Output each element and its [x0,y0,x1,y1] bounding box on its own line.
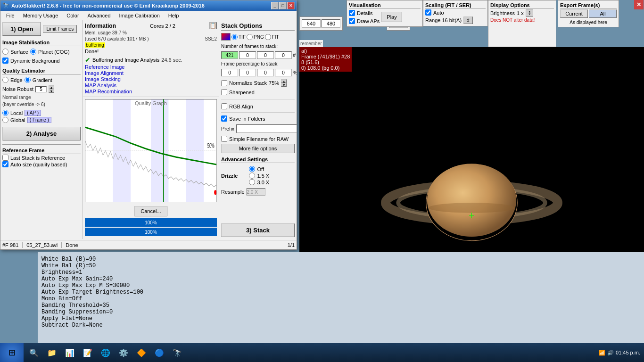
map-recomb-link[interactable]: MAP Recombination [85,89,132,94]
taskbar-icon-7[interactable]: 🔵 [151,344,168,361]
minimize-btn[interactable]: _ [271,2,279,9]
taskbar-icons: 🔍 📁 📊 📝 🌐 ⚙️ 🔶 🔵 🔭 [24,344,188,361]
noise-down-btn[interactable]: ▼ [49,89,54,93]
image-align-link[interactable]: Image Alignment [85,70,124,76]
rgb-align-checkbox[interactable] [221,103,227,109]
prefix-input[interactable] [236,124,297,133]
edge-radio[interactable] [2,77,8,83]
menu-file[interactable]: File [2,12,18,19]
menu-advanced[interactable]: Advanced [84,12,115,19]
open-button[interactable]: 1) Open [2,22,41,36]
ref-image-link[interactable]: Reference Image [85,64,124,70]
scaling-btn[interactable]: ⇕ [463,16,473,24]
frames-input-1[interactable] [239,51,256,59]
outer-close-btn[interactable]: ✕ [634,0,644,9]
frames-input-2[interactable] [257,51,274,59]
simple-filename-checkbox[interactable] [221,136,227,142]
export-frame-title: Export Frame(s) [560,2,617,8]
pct-input-2[interactable] [257,69,274,76]
pct-input-3[interactable] [275,69,292,76]
dynamic-bg-checkbox[interactable] [2,58,8,64]
fit-radio[interactable] [265,34,271,40]
save-folders-checkbox[interactable] [221,115,227,122]
last-stack-checkbox[interactable] [2,155,8,161]
normalize-down[interactable]: ▼ [281,83,287,87]
terminal-line-2: Brightness=1 [41,269,640,276]
terminal-line-7: Banding Threshold=35 [41,302,640,309]
taskbar-icon-2[interactable]: 📊 [61,344,78,361]
scaling-auto-checkbox[interactable] [425,9,431,16]
normalize-up[interactable]: ▲ [281,79,287,83]
gradient-radio[interactable] [25,77,31,83]
drizzle-30-radio[interactable] [249,179,255,185]
normalize-checkbox[interactable] [221,80,227,86]
analyse-button[interactable]: 2) Analyse [2,127,81,140]
png-radio[interactable] [247,34,253,40]
maximize-btn[interactable]: □ [279,2,287,9]
taskbar-icon-4[interactable]: 🌐 [97,344,114,361]
noise-stepper[interactable]: ▲ ▼ [49,85,54,93]
all-btn[interactable]: All [589,9,617,18]
frames-input-3[interactable] [275,51,292,59]
adv-settings-title: Advanced Settings [221,156,295,163]
normalize-pct: 75% [269,80,279,86]
normalize-stepper[interactable]: ▲ ▼ [281,79,287,87]
cancel-button[interactable]: Cancel... [134,206,167,216]
menu-help[interactable]: Help [165,12,183,19]
taskbar-icon-0[interactable]: 🔍 [25,344,42,361]
brightness-label: Brightness [490,10,515,16]
global-radio[interactable] [2,117,8,123]
brightness-adjust-btn[interactable]: ⇕ [526,9,533,16]
menu-color[interactable]: Color [63,12,83,19]
details-checkbox[interactable] [349,10,355,16]
planet-radio[interactable] [30,49,36,55]
drizzle-15-radio[interactable] [249,173,255,179]
frame-info-line4: 0) 108.0 (bg 0.0) [301,65,350,71]
limit-frames-button[interactable]: Limit Frames [43,25,77,33]
left-panel: 1) Open Limit Frames Image Stabilisation… [0,20,83,239]
frames-input-0[interactable] [221,51,238,59]
local-radio[interactable] [2,110,8,116]
draw-aps-label: Draw APs [357,18,380,24]
pct-input-1[interactable] [239,69,256,76]
close-btn[interactable]: ✕ [287,2,295,9]
taskbar-icon-5[interactable]: ⚙️ [115,344,132,361]
menu-memory[interactable]: Memory Usage [19,12,62,19]
image-stack-link[interactable]: Image Stacking [85,76,121,82]
noise-up-btn[interactable]: ▲ [49,85,54,89]
play-button[interactable]: Play [381,12,402,22]
rgb-align-label: RGB Align [229,104,253,109]
drizzle-off-radio[interactable] [249,166,255,172]
taskbar-icon-1[interactable]: 📁 [43,344,60,361]
ap-label: ( AP ) [25,110,41,116]
sharpened-checkbox[interactable] [221,89,227,95]
surface-label: Surface [10,49,28,55]
more-file-options-button[interactable]: More file options [221,144,295,153]
auto-size-checkbox[interactable] [2,161,8,167]
taskbar-tray: 📶 🔊 01:45 p.m. [595,350,644,356]
width-input[interactable] [302,19,321,28]
simple-filename-label: Simple Filename for RAW [229,136,289,142]
taskbar-icon-6[interactable]: 🔶 [133,344,150,361]
menu-image-cal[interactable]: Image Calibration [116,12,164,19]
taskbar-icon-8[interactable]: 🔭 [169,344,186,361]
current-btn[interactable]: Current [560,9,588,18]
map-analysis-link[interactable]: MAP Analysis [85,82,116,88]
tif-radio[interactable] [231,34,238,40]
vis-panel: Visualisation Details Draw APs Play [347,0,423,27]
surface-radio[interactable] [2,49,8,55]
analysis-item-1: Reference Image [85,64,217,70]
draw-aps-checkbox[interactable] [349,18,355,24]
height-input[interactable] [322,19,340,28]
noise-robust-row: Noise Robust 5 ▲ ▼ [2,85,81,93]
start-button[interactable]: ⊞ [0,343,24,362]
prefix-row: Prefix [221,124,295,133]
resample-row: Resample [221,188,295,196]
stack-button[interactable]: 3) Stack [221,223,295,237]
pct-input-0[interactable] [221,69,238,76]
details-label: Details [357,10,373,16]
drizzle-options: Off 1.5 X 3.0 X [249,165,269,186]
resample-label: Resample [221,189,245,195]
info-icon-btn[interactable]: 📋 [209,22,217,29]
taskbar-icon-3[interactable]: 📝 [79,344,96,361]
